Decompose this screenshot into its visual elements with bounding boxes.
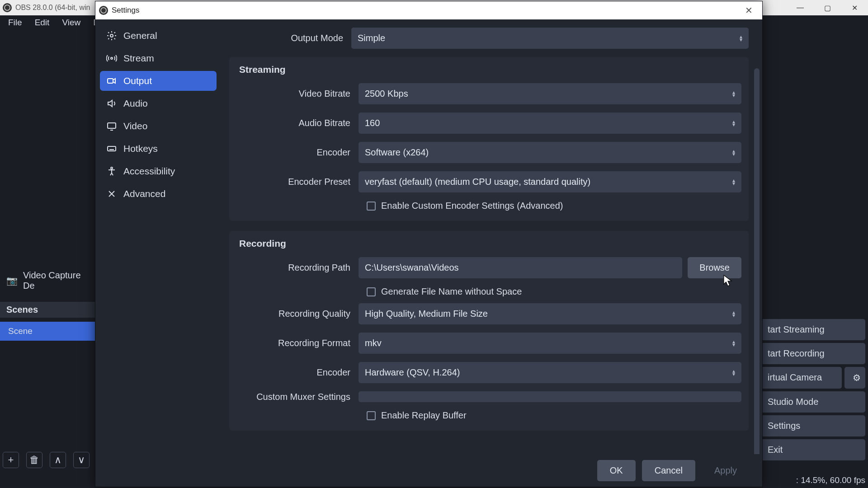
- sidebar-label: Hotkeys: [123, 143, 158, 154]
- settings-button[interactable]: Settings: [760, 415, 865, 436]
- audio-bitrate-select[interactable]: 160▴▾: [359, 113, 741, 134]
- chevron-updown-icon: ▴▾: [732, 150, 735, 156]
- svg-point-0: [110, 34, 113, 37]
- antenna-icon: [106, 53, 117, 64]
- settings-sidebar: General Stream Output Audio Video Hotkey…: [95, 19, 221, 454]
- menu-file[interactable]: File: [3, 16, 28, 29]
- virtual-camera-button[interactable]: irtual Camera: [760, 367, 842, 389]
- streaming-encoder-select[interactable]: Software (x264)▴▾: [359, 142, 741, 163]
- chevron-updown-icon: ▴▾: [732, 311, 735, 317]
- sidebar-item-stream[interactable]: Stream: [100, 48, 217, 68]
- outer-title: OBS 28.0.0 (64-bit, win: [15, 4, 90, 12]
- monitor-icon: [106, 121, 117, 131]
- dialog-close-button[interactable]: ✕: [735, 1, 762, 19]
- tools-icon: [106, 188, 117, 199]
- dialog-footer: OK Cancel Apply: [95, 454, 762, 487]
- audio-bitrate-label: Audio Bitrate: [236, 118, 359, 128]
- spinner-icon: ▴▾: [732, 91, 735, 97]
- sidebar-item-video[interactable]: Video: [100, 116, 217, 136]
- minimize-button[interactable]: —: [787, 0, 814, 15]
- scenes-header: Scenes: [0, 302, 95, 318]
- start-streaming-button[interactable]: tart Streaming: [760, 319, 865, 340]
- gear-icon: [106, 30, 117, 41]
- keyboard-icon: [106, 143, 117, 154]
- dialog-titlebar: Settings ✕: [95, 1, 762, 19]
- source-item[interactable]: 📷 Video Capture De: [0, 267, 95, 295]
- add-button[interactable]: +: [3, 452, 19, 468]
- sidebar-item-accessibility[interactable]: Accessibility: [100, 161, 217, 181]
- obs-logo-icon: [99, 6, 108, 15]
- recording-title: Recording: [236, 238, 741, 249]
- enable-replay-buffer-checkbox[interactable]: Enable Replay Buffer: [236, 410, 741, 421]
- obs-logo-icon: [3, 3, 12, 12]
- generate-filename-checkbox[interactable]: Generate File Name without Space: [236, 286, 741, 297]
- sidebar-label: General: [123, 30, 157, 41]
- camera-icon: 📷: [6, 275, 18, 286]
- sidebar-item-output[interactable]: Output: [100, 71, 217, 91]
- start-recording-button[interactable]: tart Recording: [760, 343, 865, 364]
- studio-mode-button[interactable]: Studio Mode: [760, 391, 865, 413]
- chevron-updown-icon: ▴▾: [732, 120, 735, 127]
- sidebar-item-general[interactable]: General: [100, 26, 217, 46]
- output-icon: [106, 75, 117, 86]
- svg-point-5: [111, 167, 113, 169]
- checkbox-label: Generate File Name without Space: [381, 286, 522, 297]
- output-mode-select[interactable]: Simple▴▾: [351, 28, 749, 49]
- speaker-icon: [106, 98, 117, 109]
- recording-encoder-select[interactable]: Hardware (QSV, H.264)▴▾: [359, 362, 741, 383]
- close-button[interactable]: ✕: [841, 0, 868, 15]
- sidebar-item-advanced[interactable]: Advanced: [100, 184, 217, 204]
- chevron-updown-icon: ▴▾: [732, 340, 735, 347]
- recording-encoder-label: Encoder: [236, 367, 359, 378]
- maximize-button[interactable]: ▢: [814, 0, 841, 15]
- encoder-preset-label: Encoder Preset: [236, 177, 359, 187]
- cancel-button[interactable]: Cancel: [642, 460, 695, 481]
- svg-rect-3: [108, 123, 116, 128]
- exit-button[interactable]: Exit: [760, 439, 865, 460]
- sidebar-item-audio[interactable]: Audio: [100, 94, 217, 113]
- sidebar-label: Stream: [123, 53, 154, 64]
- chevron-updown-icon: ▴▾: [732, 179, 735, 185]
- custom-muxer-input[interactable]: [359, 391, 741, 402]
- chevron-updown-icon: ▴▾: [740, 35, 742, 42]
- browse-button[interactable]: Browse: [688, 257, 741, 278]
- sidebar-label: Video: [123, 121, 147, 131]
- video-bitrate-label: Video Bitrate: [236, 89, 359, 99]
- content-scrollbar[interactable]: [754, 68, 760, 454]
- custom-muxer-label: Custom Muxer Settings: [236, 392, 359, 402]
- delete-button[interactable]: 🗑: [26, 452, 42, 468]
- encoder-preset-select[interactable]: veryfast (default) (medium CPU usage, st…: [359, 171, 741, 192]
- recording-quality-label: Recording Quality: [236, 309, 359, 319]
- menu-view[interactable]: View: [57, 16, 86, 29]
- svg-rect-2: [108, 79, 113, 83]
- streaming-title: Streaming: [236, 64, 741, 75]
- enable-custom-encoder-checkbox[interactable]: Enable Custom Encoder Settings (Advanced…: [236, 201, 741, 211]
- recording-format-select[interactable]: mkv▴▾: [359, 333, 741, 354]
- dialog-title: Settings: [112, 6, 139, 15]
- recording-path-label: Recording Path: [236, 263, 359, 273]
- sidebar-label: Audio: [123, 98, 148, 109]
- status-stats: : 14.5%, 60.00 fps: [796, 475, 865, 485]
- svg-point-1: [111, 57, 113, 59]
- recording-path-input[interactable]: C:\Users\swana\Videos: [359, 257, 682, 278]
- sidebar-label: Output: [123, 75, 152, 86]
- menu-edit[interactable]: Edit: [29, 16, 55, 29]
- streaming-section: Streaming Video Bitrate 2500 Kbps▴▾ Audi…: [229, 57, 749, 221]
- move-up-button[interactable]: ∧: [50, 452, 66, 468]
- scene-item[interactable]: Scene: [0, 322, 95, 341]
- recording-quality-select[interactable]: High Quality, Medium File Size▴▾: [359, 303, 741, 324]
- chevron-updown-icon: ▴▾: [732, 370, 735, 376]
- ok-button[interactable]: OK: [597, 460, 636, 481]
- apply-button[interactable]: Apply: [702, 460, 750, 481]
- recording-format-label: Recording Format: [236, 338, 359, 348]
- accessibility-icon: [106, 166, 117, 177]
- sidebar-item-hotkeys[interactable]: Hotkeys: [100, 139, 217, 159]
- source-label: Video Capture De: [23, 270, 89, 291]
- checkbox-icon: [367, 287, 376, 296]
- move-down-button[interactable]: ∨: [73, 452, 90, 468]
- virtual-camera-settings-button[interactable]: ⚙: [844, 367, 865, 389]
- video-bitrate-input[interactable]: 2500 Kbps▴▾: [359, 83, 741, 104]
- output-mode-label: Output Mode: [229, 33, 351, 43]
- settings-content: Output Mode Simple▴▾ Streaming Video Bit…: [221, 19, 762, 454]
- recording-section: Recording Recording Path C:\Users\swana\…: [229, 231, 749, 431]
